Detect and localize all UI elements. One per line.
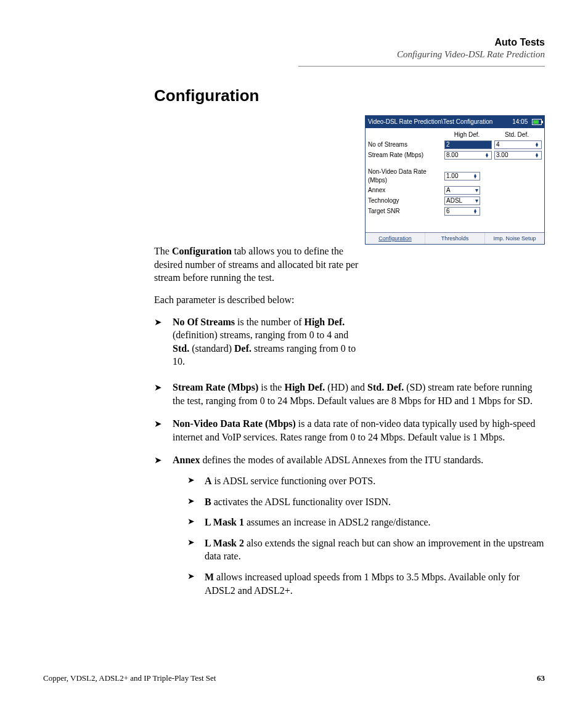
col-highdef: High Def.: [442, 131, 492, 139]
target-snr-label: Target SNR: [368, 207, 442, 216]
screenshot-titlebar: Video-DSL Rate Prediction\Test Configura…: [365, 116, 544, 128]
no-of-streams-label: No of Streams: [368, 140, 442, 149]
bullet-no-of-streams: No Of Streams is the number of High Def.…: [154, 315, 364, 368]
footer-product-name: Copper, VDSL2, ADSL2+ and IP Triple-Play…: [43, 673, 216, 683]
bullet-annex: Annex defines the modes of available ADS…: [154, 453, 545, 597]
intro-paragraph-1: The Configuration tab allows you to defi…: [154, 245, 364, 285]
spinner-icon: ▴▾: [534, 142, 540, 147]
non-video-rate-label: Non-Video Data Rate (Mbps): [368, 168, 442, 184]
spinner-icon: ▴▾: [484, 153, 490, 158]
technology-label: Technology: [368, 197, 442, 205]
bullet-annex-lmask1: L Mask 1 assumes an increase in ADSL2 ra…: [187, 516, 545, 529]
spinner-icon: ▴▾: [472, 174, 478, 179]
non-video-rate-input[interactable]: 1.00▴▾: [444, 172, 480, 181]
section-heading: Configuration: [154, 85, 545, 107]
tab-imp-noise-setup[interactable]: Imp. Noise Setup: [485, 233, 544, 244]
chevron-down-icon: ▾: [475, 186, 478, 195]
spinner-icon: ▴▾: [472, 209, 478, 214]
intro-paragraph-2: Each parameter is described below:: [154, 293, 364, 307]
technology-dropdown[interactable]: ADSL▾: [444, 197, 480, 205]
tab-thresholds[interactable]: Thresholds: [425, 233, 485, 244]
page-number: 63: [537, 673, 545, 683]
bullet-annex-m: M allows increased upload speeds from 1 …: [187, 570, 545, 597]
stream-rate-sd-input[interactable]: 3.00▴▾: [494, 151, 542, 160]
header-divider: [298, 66, 545, 67]
annex-label: Annex: [368, 186, 442, 195]
stream-rate-hd-input[interactable]: 8.00▴▾: [444, 151, 492, 160]
spinner-icon: ▴▾: [484, 142, 490, 147]
bullet-annex-lmask2: L Mask 2 also extends the signal reach b…: [187, 537, 545, 563]
page-footer: Copper, VDSL2, ADSL2+ and IP Triple-Play…: [43, 673, 545, 683]
page-header: Auto Tests Configuring Video-DSL Rate Pr…: [43, 37, 545, 60]
no-of-streams-sd-input[interactable]: 4▴▾: [494, 140, 542, 149]
target-snr-input[interactable]: 6▴▾: [444, 207, 480, 216]
spinner-icon: ▴▾: [534, 153, 540, 158]
screenshot-time: 14:05: [512, 118, 528, 125]
screenshot-title: Video-DSL Rate Prediction\Test Configura…: [368, 118, 492, 126]
battery-icon: [532, 119, 542, 125]
tab-configuration[interactable]: Configuration: [365, 233, 425, 244]
chevron-down-icon: ▾: [475, 197, 478, 205]
content-area: Configuration Video-DSL Rate Prediction\…: [154, 85, 545, 597]
no-of-streams-hd-input[interactable]: 2▴▾: [444, 140, 492, 149]
bullet-stream-rate: Stream Rate (Mbps) is the High Def. (HD)…: [154, 381, 545, 407]
bullet-annex-b: B activates the ADSL functionality over …: [187, 495, 545, 509]
col-stddef: Std. Def.: [492, 131, 542, 139]
chapter-subtitle: Configuring Video-DSL Rate Prediction: [154, 49, 545, 60]
annex-dropdown[interactable]: A▾: [444, 186, 480, 195]
bullet-non-video-rate: Non-Video Data Rate (Mbps) is a data rat…: [154, 417, 545, 444]
stream-rate-label: Stream Rate (Mbps): [368, 151, 442, 160]
chapter-title: Auto Tests: [154, 37, 545, 48]
config-screenshot: Video-DSL Rate Prediction\Test Configura…: [365, 115, 545, 245]
bullet-annex-a: A is ADSL service functioning over POTS.: [187, 474, 545, 488]
